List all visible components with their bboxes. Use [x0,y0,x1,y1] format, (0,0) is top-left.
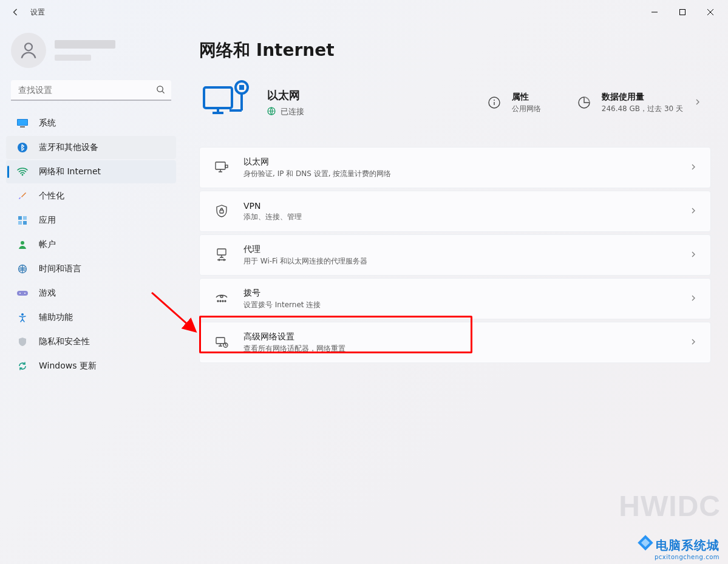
shield-icon [17,336,28,347]
card-title: VPN [243,201,690,211]
minimize-button[interactable] [641,2,668,22]
sidebar-item-network[interactable]: 网络和 Internet [6,160,176,183]
svg-point-17 [21,313,24,316]
profile-name-masked [55,40,115,49]
sidebar-item-personalization[interactable]: 个性化 [6,185,176,208]
sidebar-item-label: 帐户 [39,239,56,250]
data-usage-subtitle: 246.48 GB，过去 30 天 [602,104,683,114]
sidebar-item-privacy[interactable]: 隐私和安全性 [6,330,176,353]
card-subtitle: 用于 Wi-Fi 和以太网连接的代理服务器 [243,256,690,267]
dialup-icon [213,290,230,307]
card-dialup[interactable]: 拨号 设置拨号 Internet 连接 [199,278,711,319]
proxy-icon [213,246,230,263]
close-button[interactable] [696,2,724,22]
card-vpn[interactable]: VPN 添加、连接、管理 [199,191,711,232]
sidebar-item-label: 辅助功能 [39,312,73,323]
card-title: 高级网络设置 [243,331,690,342]
globe-clock-icon [17,263,28,274]
properties-title: 属性 [512,92,541,103]
sidebar-item-label: 应用 [39,215,56,226]
properties-button[interactable]: 属性 公用网络 [474,92,551,114]
maximize-button[interactable] [668,2,696,22]
properties-subtitle: 公用网络 [512,104,541,114]
minimize-icon [651,9,658,15]
sidebar-item-system[interactable]: 系统 [6,112,176,135]
title-bar: 设置 [0,0,728,24]
card-subtitle: 设置拨号 Internet 连接 [243,300,690,310]
svg-point-15 [19,293,21,294]
watermark-en: pcxitongcheng.com [640,554,719,560]
search-box[interactable] [11,80,171,101]
nav-list: 系统 蓝牙和其他设备 网络和 Internet 个性化 应用 帐户 [6,112,176,378]
chevron-right-icon [694,98,701,107]
card-advanced-network[interactable]: 高级网络设置 查看所有网络适配器，网络重置 [199,322,711,363]
watermark-diamond-icon [638,535,653,550]
svg-rect-9 [23,216,27,220]
svg-rect-10 [18,221,22,225]
svg-point-2 [157,86,163,92]
card-subtitle: 查看所有网络适配器，网络重置 [243,344,690,354]
svg-point-1 [25,43,32,50]
card-proxy[interactable]: 代理 用于 Wi-Fi 和以太网连接的代理服务器 [199,234,711,276]
svg-rect-25 [216,162,225,169]
profile-block[interactable] [6,30,176,80]
close-icon [707,9,713,15]
apps-icon [17,215,28,226]
search-input[interactable] [11,80,171,101]
chevron-right-icon [690,163,697,172]
svg-point-31 [222,301,223,302]
profile-sub-masked [55,55,91,61]
sidebar-item-gaming[interactable]: 游戏 [6,282,176,305]
data-usage-icon [574,92,594,113]
sidebar-item-label: 时间和语言 [39,263,81,274]
svg-point-30 [220,301,221,302]
person-icon [18,40,39,61]
card-title: 拨号 [243,288,690,299]
connection-name: 以太网 [267,88,304,103]
pc-ethernet-icon [199,75,254,130]
sidebar-item-label: 游戏 [39,288,56,299]
watermark-hwidc: HWIDC [619,489,721,523]
sidebar-item-accounts[interactable]: 帐户 [6,233,176,256]
svg-rect-28 [217,249,226,255]
accessibility-icon [17,312,28,323]
watermark-logo: 电脑系统城 pcxitongcheng.com [640,537,719,560]
sidebar-item-label: 隐私和安全性 [39,336,90,347]
connection-info: 以太网 已连接 [267,88,304,117]
update-icon [17,361,28,372]
svg-rect-20 [239,85,244,90]
chevron-right-icon [690,206,697,216]
sidebar-item-label: Windows 更新 [39,361,97,372]
arrow-left-icon [11,7,21,17]
search-icon [156,85,165,96]
card-title: 以太网 [243,157,690,168]
monitor-icon [17,118,28,129]
card-title: 代理 [243,244,690,255]
data-usage-button[interactable]: 数据使用量 246.48 GB，过去 30 天 [564,92,711,114]
watermark-cn: 电脑系统城 [656,538,719,552]
main-content: 网络和 Internet 以太网 已连接 [182,24,728,564]
svg-rect-8 [18,216,22,220]
svg-rect-18 [204,87,232,108]
chevron-right-icon [690,294,697,304]
card-subtitle: 添加、连接、管理 [243,212,690,222]
network-status-row: 以太网 已连接 属性 公用网络 数据使用量 246.48 GB，过去 30 天 [199,75,711,130]
card-ethernet[interactable]: 以太网 身份验证, IP 和 DNS 设置, 按流量计费的网络 [199,147,711,188]
maximize-icon [679,9,685,15]
sidebar-item-accessibility[interactable]: 辅助功能 [6,306,176,329]
back-button[interactable] [4,1,28,23]
sidebar-item-bluetooth[interactable]: 蓝牙和其他设备 [6,136,176,159]
card-subtitle: 身份验证, IP 和 DNS 设置, 按流量计费的网络 [243,169,690,179]
bluetooth-icon [17,142,28,153]
sidebar-item-apps[interactable]: 应用 [6,209,176,232]
info-icon [484,92,505,113]
profile-text [55,40,115,61]
svg-rect-33 [220,296,223,297]
account-icon [17,239,28,250]
sidebar-item-label: 系统 [39,118,56,129]
sidebar-item-time-language[interactable]: 时间和语言 [6,257,176,280]
sidebar-item-label: 网络和 Internet [39,166,101,177]
svg-rect-5 [20,126,25,127]
sidebar-item-windows-update[interactable]: Windows 更新 [6,355,176,378]
page-title: 网络和 Internet [199,39,711,62]
